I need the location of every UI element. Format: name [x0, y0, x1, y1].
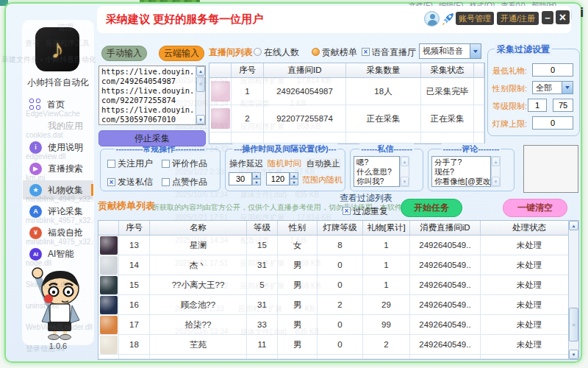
empty-cell	[318, 355, 363, 358]
rank-row[interactable]: 13星澜15女812492640549..未处理	[98, 236, 578, 255]
rank-cell: 1	[363, 275, 410, 294]
operation-label: 关注用户	[118, 158, 153, 170]
level-min-input[interactable]	[528, 99, 547, 112]
sidebar-item-label: 我的应用	[48, 120, 83, 132]
chevron-down-icon[interactable]	[470, 44, 481, 58]
operation-option[interactable]: 评价作品	[162, 158, 216, 170]
ranking-scrollbar[interactable]: ▲ = ▼	[568, 221, 578, 359]
minimize-button[interactable]: −	[542, 11, 553, 24]
sidebar-item[interactable]: 首页	[23, 95, 93, 114]
manual-input-button[interactable]: 手动输入	[101, 46, 147, 61]
sidebar-item-label: 礼物收集	[48, 184, 83, 197]
radio-online-label[interactable]: 在线人数	[264, 46, 299, 59]
radio-contribution-rank[interactable]	[312, 48, 320, 56]
checkbox-unchecked[interactable]	[162, 160, 170, 168]
comment-textarea[interactable]: 分手了? 现任? 你看像他[@更改为你	[431, 156, 491, 187]
sidebar-item[interactable]: AIAI智能	[23, 244, 93, 263]
scroll-thumb[interactable]: =	[196, 77, 205, 92]
auto-switch-label[interactable]: 自动换止	[306, 158, 341, 169]
scroll-up-icon[interactable]: ▲	[569, 221, 578, 230]
rank-row[interactable]: 16顾念池??31男2292492640549..未处理	[98, 295, 578, 315]
url-scrollbar[interactable]: ▲ = ▼	[196, 66, 205, 124]
min-gift-input[interactable]	[532, 63, 573, 77]
checkbox-unchecked[interactable]	[107, 160, 115, 168]
operation-option[interactable]: ×发送私信	[107, 176, 162, 188]
scroll-down-icon[interactable]: ▼	[196, 115, 205, 124]
gender-value: 全部	[536, 82, 552, 93]
radio-online-count[interactable]	[254, 48, 262, 56]
stepper-up-icon[interactable]: ▲	[252, 172, 261, 179]
operation-option[interactable]: 点赞作品	[162, 176, 216, 188]
badge-limit-input[interactable]	[532, 116, 573, 130]
delay-max-stepper[interactable]: ▲▼	[290, 172, 298, 185]
user-avatar	[100, 316, 118, 334]
room-cell: 正在采集	[421, 105, 474, 132]
rank-cell: 0	[318, 255, 363, 275]
empty-cell	[150, 355, 247, 358]
scroll-down-icon[interactable]: ▼	[569, 350, 578, 359]
delay-max-input[interactable]	[266, 172, 290, 185]
checkbox-unchecked[interactable]	[162, 178, 170, 186]
rank-cell: 1	[363, 236, 410, 255]
room-cell: 2	[232, 105, 264, 132]
room-url-input[interactable]: https://live.douyin.com/249264054987 htt…	[98, 66, 206, 125]
delay-min-input[interactable]	[229, 172, 252, 185]
account-manage-button[interactable]: 账号管理	[456, 12, 494, 25]
media-type-select[interactable]: 视频和语音	[419, 43, 481, 59]
rank-cell: 男	[278, 275, 318, 294]
start-task-button[interactable]: 开始任务	[401, 199, 462, 217]
grid-cell	[29, 99, 34, 103]
stepper-down-icon[interactable]: ▼	[252, 179, 261, 185]
level-max-input[interactable]	[553, 99, 573, 112]
guide-icon: i	[29, 141, 42, 154]
rocket-icon[interactable]	[441, 11, 456, 26]
user-avatar	[100, 236, 118, 255]
stepper-up-icon[interactable]: ▲	[290, 172, 298, 179]
stop-collect-button[interactable]: 停止采集	[98, 130, 206, 146]
random-time-label[interactable]: 随机时间	[268, 158, 301, 169]
rank-cell: ??小离大王??	[150, 275, 247, 294]
checkbox-voice-room[interactable]: ×	[362, 48, 370, 56]
dedupe-label[interactable]: 过滤重复	[353, 205, 388, 218]
empty-cell	[232, 132, 264, 143]
stepper-down-icon[interactable]: ▼	[290, 179, 298, 185]
user-avatar	[100, 256, 118, 275]
rank-row[interactable]: 18芏苑11男022492640549..未处理	[98, 335, 578, 355]
rank-cell: 未处理	[481, 255, 578, 275]
room-avatar	[211, 81, 230, 102]
scroll-thumb[interactable]: =	[569, 308, 578, 342]
register-button[interactable]: 开通/注册	[497, 12, 539, 25]
checkbox-dedupe[interactable]: ×	[343, 207, 351, 215]
sidebar-item[interactable]: 我的应用	[23, 116, 93, 135]
chevron-down-icon[interactable]	[562, 82, 573, 93]
rank-row[interactable]: 14杰丶31男012492640549..未处理	[98, 255, 578, 275]
checkbox-checked[interactable]: ×	[107, 178, 115, 186]
rank-row[interactable]: 15??小离大王??5男012492640549..未处理	[98, 275, 578, 295]
view-filter-link[interactable]: 查看过滤列表	[340, 192, 392, 205]
version-label: 1.0.6	[22, 342, 94, 350]
room-cell: 正在采集	[346, 105, 421, 132]
timing-title: ---操作时间及间隔设置(秒)---	[232, 144, 337, 155]
user-avatar-icon[interactable]	[424, 11, 440, 26]
delay-min-stepper[interactable]: ▲▼	[252, 172, 261, 185]
sidebar-item[interactable]: i使用说明	[23, 138, 93, 157]
cloud-input-button[interactable]: 云端输入	[159, 46, 204, 61]
close-button[interactable]: ×	[556, 10, 570, 24]
sidebar-item[interactable]: A评论采集	[23, 202, 93, 221]
room-row[interactable]: 124926405498718人已采集完毕	[209, 78, 484, 105]
clear-all-button[interactable]: 一键清空	[503, 199, 567, 217]
sidebar-item[interactable]: ¥福袋自抢	[23, 223, 93, 242]
radio-rank-label[interactable]: 贡献榜单	[322, 46, 357, 59]
sidebar-item[interactable]: ★礼物收集	[23, 180, 93, 199]
comment-collect-icon: A	[29, 205, 42, 218]
table-header-row: 序号名称等级性别灯牌等级礼物[累计]消费直播间iD处理状态	[98, 221, 578, 236]
room-row[interactable]: 2922077255874正在采集正在采集	[209, 105, 484, 132]
checkbox-voice-label[interactable]: 语音直播厅	[372, 46, 416, 59]
rank-row[interactable]: 17拾柒??33男0992492640549..未处理	[98, 315, 578, 335]
rank-cell: 2492640549..	[410, 295, 481, 314]
operation-option[interactable]: 关注用户	[107, 158, 162, 170]
gender-select[interactable]: 全部	[532, 81, 573, 94]
sidebar-item[interactable]: ▶直播搜索	[23, 159, 93, 178]
scroll-up-icon[interactable]: ▲	[196, 66, 205, 76]
pm-textarea[interactable]: 嗯? 什么意思? 你叫我?	[354, 156, 400, 187]
